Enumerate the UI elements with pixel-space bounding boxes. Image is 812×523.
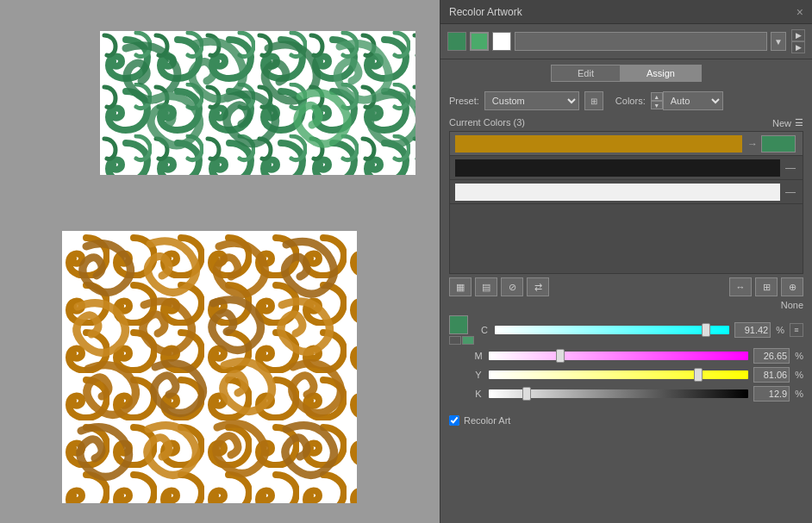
m-slider[interactable] — [489, 352, 748, 360]
recolor-row: Recolor Art — [440, 410, 812, 431]
toolbar-btn-4[interactable]: ⇄ — [527, 277, 549, 296]
colors-spinner-up[interactable]: ▲ — [651, 92, 663, 101]
cmyk-y-row: Y % — [449, 367, 803, 383]
toolbar-btn-1[interactable]: ▦ — [449, 277, 472, 296]
controls-row: Preset: Custom ⊞ Colors: ▲ ▼ Auto — [440, 87, 812, 115]
cmyk-k-row: K % — [449, 386, 803, 402]
canvas-area — [0, 0, 440, 523]
color-table-toolbar: ▦ ▤ ⊘ ⇄ ↔ ⊞ ⊕ — [440, 274, 812, 300]
artwork-top — [100, 31, 415, 175]
k-value-input[interactable] — [753, 386, 790, 402]
new-label: New — [772, 118, 791, 128]
tab-edit[interactable]: Edit — [551, 65, 620, 82]
color-rows-empty — [450, 204, 803, 273]
arrow-icon-3: — — [785, 186, 796, 198]
swatch-expand-btn[interactable]: ▼ — [771, 32, 786, 51]
panel-title: Recolor Artwork — [449, 6, 522, 18]
cmyk-section: C % ≡ M % Y % — [440, 310, 812, 410]
cmyk-swatch-group — [449, 315, 474, 345]
cmyk-sub-icon-1[interactable] — [449, 336, 461, 345]
y-slider[interactable] — [489, 370, 748, 379]
c-extra-icon[interactable]: ≡ — [790, 323, 803, 337]
colors-spinner: ▲ ▼ Auto — [651, 91, 723, 110]
m-value-input[interactable] — [753, 348, 790, 364]
colors-spinner-arrows: ▲ ▼ — [651, 92, 663, 109]
artwork-bottom — [62, 231, 357, 503]
colors-spinner-down[interactable]: ▼ — [651, 101, 663, 109]
none-label: None — [440, 300, 812, 310]
swatch-bar: ▼ ▶ ▶ — [440, 24, 812, 59]
k-label: K — [473, 389, 484, 399]
recolor-checkbox[interactable] — [449, 415, 459, 426]
y-slider-thumb[interactable] — [694, 368, 703, 382]
arrow-icon-2: — — [785, 162, 796, 174]
toolbar-left: ▦ ▤ ⊘ ⇄ — [449, 277, 549, 296]
toolbar-btn-6[interactable]: ⊞ — [755, 277, 778, 296]
colors-label: Colors: — [615, 96, 646, 106]
y-percent: % — [795, 370, 803, 380]
recolor-artwork-panel: Recolor Artwork × ▼ ▶ ▶ Edit Assign Pres… — [440, 0, 812, 523]
c-percent: % — [776, 325, 784, 335]
panel-titlebar: Recolor Artwork × — [440, 0, 812, 24]
colors-select[interactable]: Auto — [663, 91, 723, 110]
arrow-icon-1: → — [747, 138, 758, 150]
color-swatch-dark-green[interactable] — [447, 32, 466, 51]
k-percent: % — [795, 389, 803, 399]
y-value-input[interactable] — [753, 367, 790, 383]
color-rows-container: → — — — [449, 131, 803, 274]
current-color-3 — [455, 184, 780, 201]
c-label: C — [479, 325, 490, 335]
current-color-2 — [455, 159, 780, 177]
c-slider[interactable] — [495, 326, 729, 334]
cmyk-swatch[interactable] — [449, 315, 468, 334]
preset-icon-btn[interactable]: ⊞ — [584, 91, 603, 110]
cmyk-sub-icons — [449, 336, 474, 345]
cmyk-sub-icon-2[interactable] — [462, 336, 474, 345]
preset-label: Preset: — [449, 96, 479, 106]
preset-select[interactable]: Custom — [484, 91, 579, 110]
color-harmony-dropdown[interactable] — [515, 32, 767, 51]
tab-assign[interactable]: Assign — [620, 65, 702, 82]
toolbar-btn-7[interactable]: ⊕ — [781, 277, 803, 296]
cmyk-c-row: C % ≡ — [449, 315, 803, 345]
k-slider[interactable] — [489, 389, 748, 398]
recolor-label: Recolor Art — [464, 415, 510, 426]
panel-arrow-down[interactable]: ▶ — [791, 41, 805, 53]
color-row-3[interactable]: — — [450, 180, 803, 204]
k-slider-thumb[interactable] — [522, 387, 531, 401]
m-label: M — [473, 351, 484, 361]
panel-close-icon[interactable]: × — [796, 5, 803, 19]
color-table-header-right: New ☰ — [772, 117, 803, 128]
toolbar-btn-2[interactable]: ▤ — [475, 277, 497, 296]
toolbar-btn-5[interactable]: ↔ — [729, 277, 752, 296]
tabs-bar: Edit Assign — [440, 59, 812, 87]
color-row-2[interactable]: — — [450, 156, 803, 180]
new-color-1 — [761, 135, 796, 153]
current-color-1 — [455, 135, 742, 153]
color-table-header: Current Colors (3) New ☰ — [440, 115, 812, 131]
color-row-1[interactable]: → — [450, 132, 803, 156]
m-percent: % — [795, 351, 803, 361]
table-menu-icon[interactable]: ☰ — [795, 117, 803, 128]
m-slider-thumb[interactable] — [556, 349, 565, 363]
color-swatch-light-green[interactable] — [470, 32, 489, 51]
color-swatch-white[interactable] — [492, 32, 511, 51]
panel-side-arrows: ▶ ▶ — [791, 29, 805, 53]
c-value-input[interactable] — [734, 322, 771, 338]
y-label: Y — [473, 370, 484, 380]
toolbar-right: ↔ ⊞ ⊕ — [729, 277, 803, 296]
cmyk-m-row: M % — [449, 348, 803, 364]
c-slider-thumb[interactable] — [702, 323, 710, 337]
toolbar-btn-3[interactable]: ⊘ — [501, 277, 523, 296]
panel-arrow-up[interactable]: ▶ — [791, 29, 805, 41]
current-colors-label: Current Colors (3) — [449, 117, 525, 128]
